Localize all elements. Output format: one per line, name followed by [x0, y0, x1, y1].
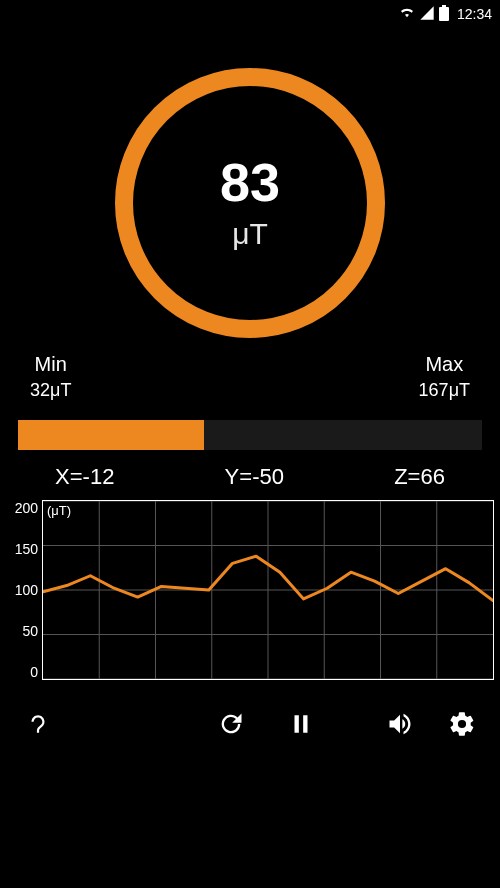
chart-ytick: 100 [15, 582, 38, 598]
minmax-row: Min 32μT Max 167μT [0, 351, 500, 408]
status-bar: 12:34 [0, 0, 500, 28]
chart-ytick: 0 [30, 664, 38, 680]
sound-button[interactable] [384, 710, 416, 742]
chart-svg [43, 501, 493, 679]
question-icon [25, 711, 51, 741]
pause-icon [288, 711, 314, 741]
gear-icon [448, 710, 476, 742]
toolbar [0, 702, 500, 750]
xyz-row: X=-12 Y=-50 Z=66 [0, 464, 500, 490]
settings-button[interactable] [446, 710, 478, 742]
min-label: Min [30, 351, 71, 378]
refresh-icon [217, 710, 245, 742]
axis-x: X=-12 [55, 464, 114, 490]
chart-y-axis: 200150100500 [6, 500, 42, 680]
chart-ytick: 150 [15, 541, 38, 557]
chart: 200150100500 (μT) [6, 500, 494, 680]
gauge-ring: 83 μT [115, 68, 385, 338]
refresh-button[interactable] [215, 710, 247, 742]
chart-ytick: 50 [22, 623, 38, 639]
status-time: 12:34 [457, 6, 492, 22]
chart-ytick: 200 [15, 500, 38, 516]
max-label: Max [419, 351, 470, 378]
wifi-icon [399, 5, 415, 24]
axis-z: Z=66 [394, 464, 445, 490]
gauge-area: 83 μT Min 32μT Max 167μT [0, 68, 500, 408]
battery-icon [439, 5, 449, 24]
help-button[interactable] [22, 710, 54, 742]
min-value: 32μT [30, 378, 71, 402]
intensity-bar-fill [18, 420, 204, 450]
max-value: 167μT [419, 378, 470, 402]
pause-button[interactable] [285, 710, 317, 742]
volume-icon [386, 710, 414, 742]
gauge-value: 83 [220, 155, 280, 209]
intensity-bar [18, 420, 482, 450]
signal-icon [419, 5, 435, 24]
axis-y: Y=-50 [225, 464, 284, 490]
chart-box: (μT) [42, 500, 494, 680]
min-block: Min 32μT [30, 351, 71, 402]
gauge-unit: μT [232, 217, 268, 251]
max-block: Max 167μT [419, 351, 470, 402]
